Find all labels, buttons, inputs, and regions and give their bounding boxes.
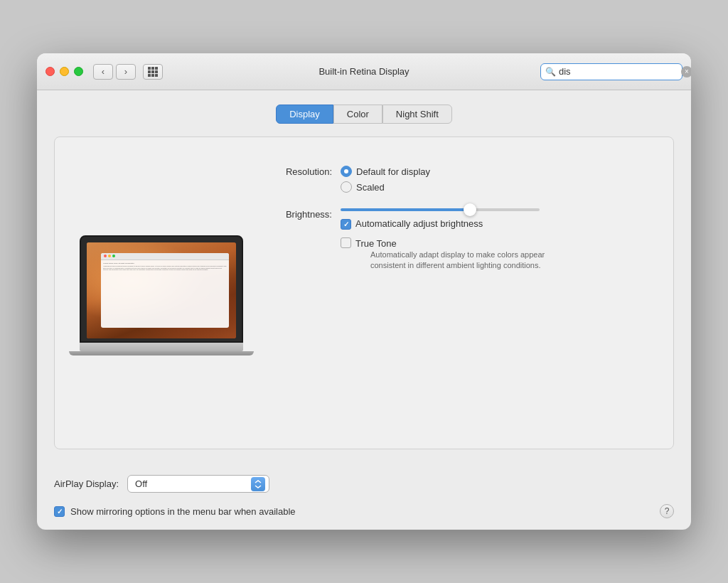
nav-buttons: ‹ › (93, 64, 163, 80)
help-button[interactable]: ? (660, 504, 674, 518)
airplay-section: AirPlay Display: Off On (37, 464, 691, 504)
search-box[interactable]: 🔍 × (540, 63, 682, 80)
display-panel: Lorem ipsum dolor sit amet consectetur A… (54, 137, 674, 449)
search-clear-button[interactable]: × (681, 66, 691, 77)
brightness-slider-container (341, 208, 652, 211)
close-button[interactable] (46, 67, 55, 76)
traffic-lights (46, 67, 83, 76)
finder-content: Lorem ipsum dolor sit amet consectetur A… (101, 260, 229, 274)
tab-night-shift[interactable]: Night Shift (382, 105, 452, 124)
mirroring-label: Show mirroring options in the menu bar w… (70, 506, 296, 517)
titlebar: ‹ › Built-in Retina Display 🔍 × (37, 53, 691, 90)
tab-color[interactable]: Color (333, 105, 382, 124)
auto-brightness-row: Automatically adjust brightness (341, 218, 652, 230)
search-input[interactable] (559, 66, 678, 77)
mirroring-checkbox[interactable] (54, 506, 65, 517)
finder-maximize (112, 255, 115, 257)
resolution-scaled-option[interactable]: Scaled (341, 181, 652, 193)
resolution-scaled-label: Scaled (356, 182, 385, 193)
resolution-controls: Default for display Scaled (341, 166, 652, 197)
brightness-label: Brightness: (268, 208, 332, 220)
laptop-base (80, 343, 243, 351)
grid-button[interactable] (143, 64, 163, 80)
laptop-graphic: Lorem ipsum dolor sit amet consectetur A… (80, 235, 243, 351)
finder-titlebar (101, 253, 229, 260)
resolution-scaled-radio[interactable] (341, 181, 352, 193)
tab-display[interactable]: Display (276, 105, 333, 124)
finder-window: Lorem ipsum dolor sit amet consectetur A… (101, 253, 229, 328)
brightness-row: Brightness: Automatically adjust brightn… (268, 208, 652, 279)
mirroring-left: Show mirroring options in the menu bar w… (54, 506, 296, 517)
airplay-label: AirPlay Display: (54, 478, 119, 489)
forward-button[interactable]: › (116, 64, 136, 80)
window-title: Built-in Retina Display (318, 66, 409, 77)
resolution-default-radio[interactable] (341, 166, 352, 177)
content-area: Display Color Night Shift (37, 90, 691, 464)
brightness-slider-track[interactable] (341, 208, 540, 211)
brightness-slider-thumb[interactable] (464, 203, 476, 216)
auto-brightness-label: Automatically adjust brightness (355, 218, 483, 229)
tab-bar: Display Color Night Shift (54, 105, 674, 124)
main-window: ‹ › Built-in Retina Display 🔍 × Display … (37, 53, 691, 530)
airplay-select-wrapper: Off On (127, 475, 269, 493)
resolution-row: Resolution: Default for display Scaled (268, 166, 652, 197)
mirroring-row: Show mirroring options in the menu bar w… (37, 504, 691, 530)
minimize-button[interactable] (60, 67, 69, 76)
grid-icon (148, 67, 158, 77)
true-tone-description: Automatically adapt display to make colo… (370, 250, 569, 272)
true-tone-content: True Tone Automatically adapt display to… (355, 237, 569, 272)
true-tone-checkbox[interactable] (341, 237, 351, 248)
back-button[interactable]: ‹ (93, 64, 113, 80)
resolution-default-option[interactable]: Default for display (341, 166, 652, 177)
resolution-label: Resolution: (268, 166, 332, 177)
finder-close (104, 255, 107, 257)
airplay-select[interactable]: Off On (127, 475, 269, 493)
true-tone-row: True Tone Automatically adapt display to… (341, 237, 652, 272)
laptop-screen-outer: Lorem ipsum dolor sit amet consectetur A… (80, 235, 243, 343)
finder-minimize (108, 255, 111, 257)
settings-panel: Resolution: Default for display Scaled (268, 159, 652, 427)
laptop-preview: Lorem ipsum dolor sit amet consectetur A… (76, 159, 247, 427)
macos-desktop: Lorem ipsum dolor sit amet consectetur A… (87, 242, 236, 338)
resolution-default-label: Default for display (356, 166, 430, 177)
search-icon: 🔍 (545, 67, 556, 77)
maximize-button[interactable] (74, 67, 83, 76)
true-tone-label: True Tone (355, 238, 397, 249)
laptop-screen-inner: Lorem ipsum dolor sit amet consectetur A… (87, 242, 236, 338)
brightness-controls: Automatically adjust brightness True Ton… (341, 208, 652, 279)
auto-brightness-checkbox[interactable] (341, 219, 351, 230)
